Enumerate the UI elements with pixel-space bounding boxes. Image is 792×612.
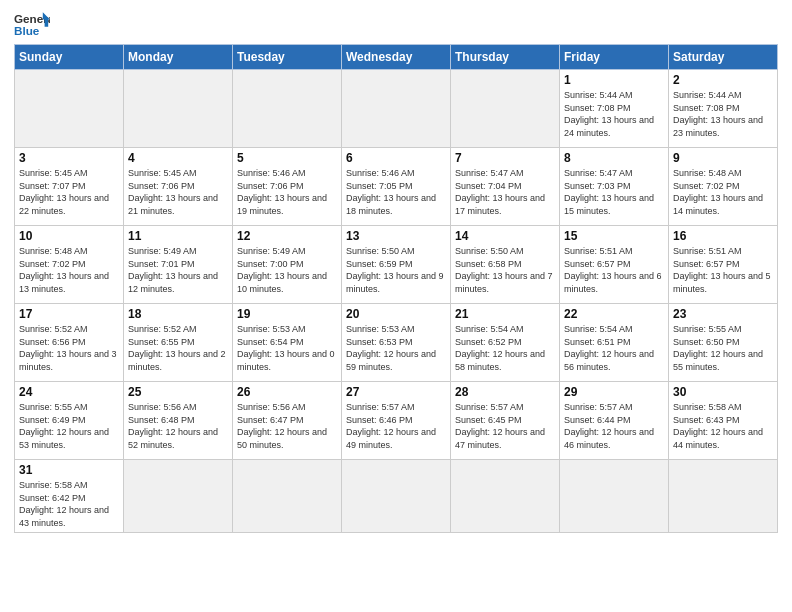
day-header-friday: Friday [560, 45, 669, 70]
day-info: Sunrise: 5:53 AM Sunset: 6:53 PM Dayligh… [346, 323, 446, 373]
day-number: 5 [237, 151, 337, 165]
day-info: Sunrise: 5:46 AM Sunset: 7:05 PM Dayligh… [346, 167, 446, 217]
day-number: 1 [564, 73, 664, 87]
day-info: Sunrise: 5:48 AM Sunset: 7:02 PM Dayligh… [19, 245, 119, 295]
day-number: 29 [564, 385, 664, 399]
day-number: 12 [237, 229, 337, 243]
day-number: 3 [19, 151, 119, 165]
day-number: 22 [564, 307, 664, 321]
day-header-monday: Monday [124, 45, 233, 70]
day-number: 27 [346, 385, 446, 399]
calendar-cell: 21 Sunrise: 5:54 AM Sunset: 6:52 PM Dayl… [451, 304, 560, 382]
week-row-6: 31 Sunrise: 5:58 AM Sunset: 6:42 PM Dayl… [15, 460, 778, 533]
calendar-cell: 14 Sunrise: 5:50 AM Sunset: 6:58 PM Dayl… [451, 226, 560, 304]
day-header-tuesday: Tuesday [233, 45, 342, 70]
day-info: Sunrise: 5:57 AM Sunset: 6:44 PM Dayligh… [564, 401, 664, 451]
day-info: Sunrise: 5:55 AM Sunset: 6:50 PM Dayligh… [673, 323, 773, 373]
day-info: Sunrise: 5:51 AM Sunset: 6:57 PM Dayligh… [673, 245, 773, 295]
day-info: Sunrise: 5:57 AM Sunset: 6:46 PM Dayligh… [346, 401, 446, 451]
day-info: Sunrise: 5:50 AM Sunset: 6:58 PM Dayligh… [455, 245, 555, 295]
day-number: 24 [19, 385, 119, 399]
day-number: 31 [19, 463, 119, 477]
day-info: Sunrise: 5:52 AM Sunset: 6:56 PM Dayligh… [19, 323, 119, 373]
day-header-sunday: Sunday [15, 45, 124, 70]
calendar-cell: 4 Sunrise: 5:45 AM Sunset: 7:06 PM Dayli… [124, 148, 233, 226]
week-row-1: 1 Sunrise: 5:44 AM Sunset: 7:08 PM Dayli… [15, 70, 778, 148]
calendar-page: General Blue SundayMondayTuesdayWednesda… [0, 0, 792, 612]
calendar-cell: 25 Sunrise: 5:56 AM Sunset: 6:48 PM Dayl… [124, 382, 233, 460]
day-info: Sunrise: 5:58 AM Sunset: 6:42 PM Dayligh… [19, 479, 119, 529]
day-number: 4 [128, 151, 228, 165]
day-number: 19 [237, 307, 337, 321]
calendar-cell [15, 70, 124, 148]
calendar-cell [124, 70, 233, 148]
day-number: 20 [346, 307, 446, 321]
day-number: 15 [564, 229, 664, 243]
calendar-cell: 28 Sunrise: 5:57 AM Sunset: 6:45 PM Dayl… [451, 382, 560, 460]
calendar-cell: 22 Sunrise: 5:54 AM Sunset: 6:51 PM Dayl… [560, 304, 669, 382]
day-info: Sunrise: 5:49 AM Sunset: 7:01 PM Dayligh… [128, 245, 228, 295]
day-number: 7 [455, 151, 555, 165]
svg-text:Blue: Blue [14, 24, 40, 37]
calendar-cell: 17 Sunrise: 5:52 AM Sunset: 6:56 PM Dayl… [15, 304, 124, 382]
day-info: Sunrise: 5:51 AM Sunset: 6:57 PM Dayligh… [564, 245, 664, 295]
calendar-cell [124, 460, 233, 533]
day-info: Sunrise: 5:54 AM Sunset: 6:51 PM Dayligh… [564, 323, 664, 373]
calendar-cell [233, 460, 342, 533]
day-info: Sunrise: 5:47 AM Sunset: 7:03 PM Dayligh… [564, 167, 664, 217]
calendar-cell: 12 Sunrise: 5:49 AM Sunset: 7:00 PM Dayl… [233, 226, 342, 304]
day-number: 30 [673, 385, 773, 399]
calendar-cell: 31 Sunrise: 5:58 AM Sunset: 6:42 PM Dayl… [15, 460, 124, 533]
day-number: 23 [673, 307, 773, 321]
calendar-cell: 20 Sunrise: 5:53 AM Sunset: 6:53 PM Dayl… [342, 304, 451, 382]
day-number: 17 [19, 307, 119, 321]
calendar-cell [451, 460, 560, 533]
day-number: 25 [128, 385, 228, 399]
calendar-cell [233, 70, 342, 148]
header: General Blue [14, 10, 778, 38]
day-info: Sunrise: 5:54 AM Sunset: 6:52 PM Dayligh… [455, 323, 555, 373]
logo: General Blue [14, 10, 50, 38]
calendar-cell [342, 70, 451, 148]
calendar-cell: 1 Sunrise: 5:44 AM Sunset: 7:08 PM Dayli… [560, 70, 669, 148]
calendar-cell: 19 Sunrise: 5:53 AM Sunset: 6:54 PM Dayl… [233, 304, 342, 382]
day-number: 28 [455, 385, 555, 399]
days-header-row: SundayMondayTuesdayWednesdayThursdayFrid… [15, 45, 778, 70]
calendar-cell: 23 Sunrise: 5:55 AM Sunset: 6:50 PM Dayl… [669, 304, 778, 382]
calendar-cell: 13 Sunrise: 5:50 AM Sunset: 6:59 PM Dayl… [342, 226, 451, 304]
calendar-cell [560, 460, 669, 533]
calendar-cell: 30 Sunrise: 5:58 AM Sunset: 6:43 PM Dayl… [669, 382, 778, 460]
day-number: 26 [237, 385, 337, 399]
calendar-cell: 7 Sunrise: 5:47 AM Sunset: 7:04 PM Dayli… [451, 148, 560, 226]
day-info: Sunrise: 5:45 AM Sunset: 7:06 PM Dayligh… [128, 167, 228, 217]
day-info: Sunrise: 5:56 AM Sunset: 6:48 PM Dayligh… [128, 401, 228, 451]
week-row-5: 24 Sunrise: 5:55 AM Sunset: 6:49 PM Dayl… [15, 382, 778, 460]
day-number: 2 [673, 73, 773, 87]
day-info: Sunrise: 5:46 AM Sunset: 7:06 PM Dayligh… [237, 167, 337, 217]
calendar-cell: 6 Sunrise: 5:46 AM Sunset: 7:05 PM Dayli… [342, 148, 451, 226]
day-number: 18 [128, 307, 228, 321]
day-number: 9 [673, 151, 773, 165]
calendar-cell: 2 Sunrise: 5:44 AM Sunset: 7:08 PM Dayli… [669, 70, 778, 148]
day-number: 14 [455, 229, 555, 243]
day-info: Sunrise: 5:56 AM Sunset: 6:47 PM Dayligh… [237, 401, 337, 451]
day-number: 13 [346, 229, 446, 243]
day-info: Sunrise: 5:44 AM Sunset: 7:08 PM Dayligh… [564, 89, 664, 139]
day-number: 10 [19, 229, 119, 243]
week-row-4: 17 Sunrise: 5:52 AM Sunset: 6:56 PM Dayl… [15, 304, 778, 382]
calendar-cell: 27 Sunrise: 5:57 AM Sunset: 6:46 PM Dayl… [342, 382, 451, 460]
calendar-cell: 9 Sunrise: 5:48 AM Sunset: 7:02 PM Dayli… [669, 148, 778, 226]
week-row-3: 10 Sunrise: 5:48 AM Sunset: 7:02 PM Dayl… [15, 226, 778, 304]
day-info: Sunrise: 5:45 AM Sunset: 7:07 PM Dayligh… [19, 167, 119, 217]
calendar-cell: 24 Sunrise: 5:55 AM Sunset: 6:49 PM Dayl… [15, 382, 124, 460]
calendar-cell: 3 Sunrise: 5:45 AM Sunset: 7:07 PM Dayli… [15, 148, 124, 226]
day-info: Sunrise: 5:58 AM Sunset: 6:43 PM Dayligh… [673, 401, 773, 451]
calendar-cell: 16 Sunrise: 5:51 AM Sunset: 6:57 PM Dayl… [669, 226, 778, 304]
day-number: 8 [564, 151, 664, 165]
logo-icon: General Blue [14, 10, 50, 38]
calendar-cell [451, 70, 560, 148]
calendar-cell: 15 Sunrise: 5:51 AM Sunset: 6:57 PM Dayl… [560, 226, 669, 304]
week-row-2: 3 Sunrise: 5:45 AM Sunset: 7:07 PM Dayli… [15, 148, 778, 226]
day-info: Sunrise: 5:55 AM Sunset: 6:49 PM Dayligh… [19, 401, 119, 451]
day-header-saturday: Saturday [669, 45, 778, 70]
